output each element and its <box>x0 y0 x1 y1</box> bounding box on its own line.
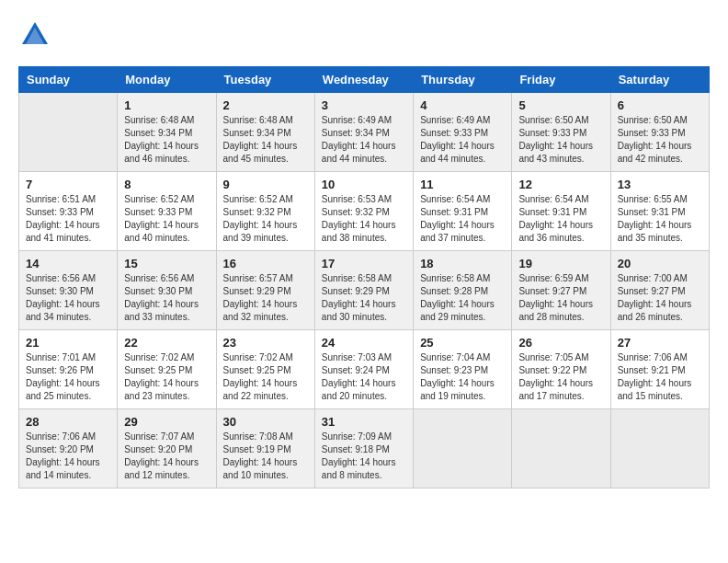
calendar-cell: 4Sunrise: 6:49 AM Sunset: 9:33 PM Daylig… <box>414 93 512 172</box>
day-number: 17 <box>322 257 406 270</box>
calendar-cell: 14Sunrise: 6:56 AM Sunset: 9:30 PM Dayli… <box>19 251 118 330</box>
day-info: Sunrise: 7:00 AM Sunset: 9:27 PM Dayligh… <box>618 272 702 324</box>
calendar-cell: 22Sunrise: 7:02 AM Sunset: 9:25 PM Dayli… <box>118 330 216 409</box>
day-number: 26 <box>518 336 603 350</box>
calendar-cell <box>414 409 512 488</box>
day-info: Sunrise: 6:50 AM Sunset: 9:33 PM Dayligh… <box>518 114 603 166</box>
day-info: Sunrise: 7:09 AM Sunset: 9:18 PM Dayligh… <box>322 431 406 482</box>
calendar-cell: 8Sunrise: 6:52 AM Sunset: 9:33 PM Daylig… <box>118 172 216 251</box>
day-info: Sunrise: 6:48 AM Sunset: 9:34 PM Dayligh… <box>223 114 308 166</box>
calendar-cell: 15Sunrise: 6:56 AM Sunset: 9:30 PM Dayli… <box>118 251 216 330</box>
day-number: 11 <box>420 178 505 191</box>
calendar-cell: 31Sunrise: 7:09 AM Sunset: 9:18 PM Dayli… <box>314 409 413 488</box>
day-info: Sunrise: 6:51 AM Sunset: 9:33 PM Dayligh… <box>26 193 110 245</box>
day-info: Sunrise: 6:50 AM Sunset: 9:33 PM Dayligh… <box>618 114 702 166</box>
day-number: 9 <box>223 178 308 191</box>
day-number: 16 <box>223 257 308 270</box>
calendar-cell: 13Sunrise: 6:55 AM Sunset: 9:31 PM Dayli… <box>610 172 709 251</box>
day-number: 14 <box>26 257 110 270</box>
day-number: 18 <box>420 257 505 270</box>
calendar-cell: 27Sunrise: 7:06 AM Sunset: 9:21 PM Dayli… <box>610 330 709 409</box>
calendar-cell: 24Sunrise: 7:03 AM Sunset: 9:24 PM Dayli… <box>314 330 413 409</box>
day-info: Sunrise: 6:57 AM Sunset: 9:29 PM Dayligh… <box>223 272 308 324</box>
calendar-cell: 23Sunrise: 7:02 AM Sunset: 9:25 PM Dayli… <box>216 330 314 409</box>
day-number: 24 <box>322 336 406 350</box>
day-number: 1 <box>124 98 209 112</box>
calendar-cell: 30Sunrise: 7:08 AM Sunset: 9:19 PM Dayli… <box>216 409 314 488</box>
calendar-cell: 25Sunrise: 7:04 AM Sunset: 9:23 PM Dayli… <box>414 330 512 409</box>
day-of-week-header: Friday <box>512 67 610 93</box>
calendar-cell <box>19 93 118 172</box>
day-info: Sunrise: 7:06 AM Sunset: 9:20 PM Dayligh… <box>26 431 110 482</box>
day-number: 29 <box>124 415 209 429</box>
day-number: 20 <box>618 257 702 270</box>
calendar-cell: 12Sunrise: 6:54 AM Sunset: 9:31 PM Dayli… <box>512 172 610 251</box>
calendar-cell: 20Sunrise: 7:00 AM Sunset: 9:27 PM Dayli… <box>610 251 709 330</box>
calendar-week-row: 1Sunrise: 6:48 AM Sunset: 9:34 PM Daylig… <box>19 93 710 172</box>
day-info: Sunrise: 6:56 AM Sunset: 9:30 PM Dayligh… <box>124 272 209 324</box>
day-info: Sunrise: 7:05 AM Sunset: 9:22 PM Dayligh… <box>518 351 603 403</box>
day-number: 4 <box>420 98 505 112</box>
day-of-week-header: Thursday <box>414 67 512 93</box>
logo-icon <box>18 18 51 52</box>
day-info: Sunrise: 6:52 AM Sunset: 9:33 PM Dayligh… <box>124 193 209 245</box>
day-number: 6 <box>618 98 702 112</box>
day-number: 27 <box>618 336 702 350</box>
day-number: 10 <box>322 178 406 191</box>
logo <box>18 18 55 52</box>
day-info: Sunrise: 6:58 AM Sunset: 9:29 PM Dayligh… <box>322 272 406 324</box>
day-number: 15 <box>124 257 209 270</box>
day-number: 25 <box>420 336 505 350</box>
day-number: 8 <box>124 178 209 191</box>
day-info: Sunrise: 7:02 AM Sunset: 9:25 PM Dayligh… <box>124 351 209 403</box>
calendar-week-row: 28Sunrise: 7:06 AM Sunset: 9:20 PM Dayli… <box>19 409 710 488</box>
day-of-week-header: Sunday <box>19 67 118 93</box>
page-header <box>18 18 710 52</box>
day-info: Sunrise: 6:59 AM Sunset: 9:27 PM Dayligh… <box>518 272 603 324</box>
day-number: 2 <box>223 98 308 112</box>
calendar-week-row: 14Sunrise: 6:56 AM Sunset: 9:30 PM Dayli… <box>19 251 710 330</box>
calendar-cell: 6Sunrise: 6:50 AM Sunset: 9:33 PM Daylig… <box>610 93 709 172</box>
day-info: Sunrise: 7:01 AM Sunset: 9:26 PM Dayligh… <box>26 351 110 403</box>
calendar-cell: 16Sunrise: 6:57 AM Sunset: 9:29 PM Dayli… <box>216 251 314 330</box>
day-info: Sunrise: 6:58 AM Sunset: 9:28 PM Dayligh… <box>420 272 505 324</box>
calendar-cell: 19Sunrise: 6:59 AM Sunset: 9:27 PM Dayli… <box>512 251 610 330</box>
day-of-week-header: Tuesday <box>216 67 314 93</box>
calendar-week-row: 21Sunrise: 7:01 AM Sunset: 9:26 PM Dayli… <box>19 330 710 409</box>
calendar-cell: 1Sunrise: 6:48 AM Sunset: 9:34 PM Daylig… <box>118 93 216 172</box>
day-info: Sunrise: 6:52 AM Sunset: 9:32 PM Dayligh… <box>223 193 308 245</box>
calendar-cell: 3Sunrise: 6:49 AM Sunset: 9:34 PM Daylig… <box>314 93 413 172</box>
day-of-week-header: Saturday <box>610 67 709 93</box>
day-number: 3 <box>322 98 406 112</box>
day-number: 12 <box>518 178 603 191</box>
calendar-cell: 7Sunrise: 6:51 AM Sunset: 9:33 PM Daylig… <box>19 172 118 251</box>
day-number: 31 <box>322 415 406 429</box>
calendar-cell <box>512 409 610 488</box>
calendar-cell: 10Sunrise: 6:53 AM Sunset: 9:32 PM Dayli… <box>314 172 413 251</box>
day-info: Sunrise: 6:56 AM Sunset: 9:30 PM Dayligh… <box>26 272 110 324</box>
day-number: 23 <box>223 336 308 350</box>
calendar-cell <box>610 409 709 488</box>
day-number: 21 <box>26 336 110 350</box>
calendar-cell: 9Sunrise: 6:52 AM Sunset: 9:32 PM Daylig… <box>216 172 314 251</box>
day-info: Sunrise: 6:54 AM Sunset: 9:31 PM Dayligh… <box>518 193 603 245</box>
day-number: 30 <box>223 415 308 429</box>
day-of-week-header: Monday <box>118 67 216 93</box>
day-of-week-header: Wednesday <box>314 67 413 93</box>
calendar-cell: 21Sunrise: 7:01 AM Sunset: 9:26 PM Dayli… <box>19 330 118 409</box>
day-info: Sunrise: 6:55 AM Sunset: 9:31 PM Dayligh… <box>618 193 702 245</box>
calendar-cell: 5Sunrise: 6:50 AM Sunset: 9:33 PM Daylig… <box>512 93 610 172</box>
day-number: 7 <box>26 178 110 191</box>
calendar-cell: 11Sunrise: 6:54 AM Sunset: 9:31 PM Dayli… <box>414 172 512 251</box>
day-info: Sunrise: 6:49 AM Sunset: 9:33 PM Dayligh… <box>420 114 505 166</box>
day-number: 19 <box>518 257 603 270</box>
day-info: Sunrise: 6:54 AM Sunset: 9:31 PM Dayligh… <box>420 193 505 245</box>
calendar-cell: 2Sunrise: 6:48 AM Sunset: 9:34 PM Daylig… <box>216 93 314 172</box>
calendar-cell: 26Sunrise: 7:05 AM Sunset: 9:22 PM Dayli… <box>512 330 610 409</box>
calendar-week-row: 7Sunrise: 6:51 AM Sunset: 9:33 PM Daylig… <box>19 172 710 251</box>
day-number: 22 <box>124 336 209 350</box>
calendar-table: SundayMondayTuesdayWednesdayThursdayFrid… <box>18 66 710 488</box>
calendar-cell: 18Sunrise: 6:58 AM Sunset: 9:28 PM Dayli… <box>414 251 512 330</box>
day-info: Sunrise: 6:48 AM Sunset: 9:34 PM Dayligh… <box>124 114 209 166</box>
day-number: 28 <box>26 415 110 429</box>
